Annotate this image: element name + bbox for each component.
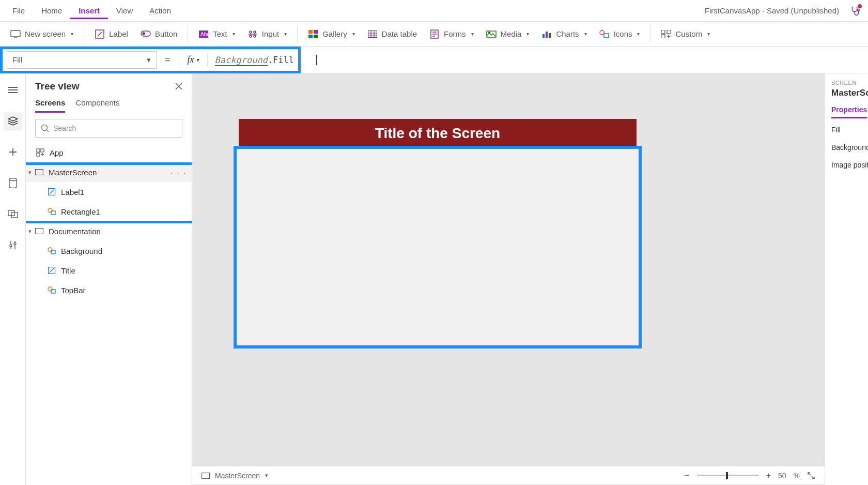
icons-label: Icons bbox=[614, 29, 632, 38]
close-panel-button[interactable] bbox=[175, 83, 182, 90]
chevron-down-icon: ▾ bbox=[196, 57, 199, 63]
label-button[interactable]: Label bbox=[89, 26, 133, 42]
custom-icon bbox=[661, 29, 671, 39]
label-edit-icon bbox=[95, 29, 105, 39]
fx-label: fx bbox=[188, 54, 194, 65]
separator bbox=[188, 26, 188, 42]
chevron-down-icon[interactable]: ▾ bbox=[26, 228, 34, 235]
svg-rect-34 bbox=[41, 149, 44, 152]
svg-point-9 bbox=[250, 35, 252, 37]
canvas-title-label[interactable]: Title of the Screen bbox=[239, 119, 637, 148]
input-button[interactable]: Input ▾ bbox=[242, 26, 292, 42]
formula-input-area[interactable] bbox=[301, 47, 868, 73]
tree-item-documentation[interactable]: ▾ Documentation bbox=[26, 221, 192, 241]
charts-button[interactable]: Charts ▾ bbox=[536, 26, 592, 42]
advanced-tools-button[interactable] bbox=[4, 236, 22, 254]
menu-view[interactable]: View bbox=[108, 2, 141, 19]
app-icon bbox=[35, 148, 45, 157]
new-screen-label: New screen bbox=[25, 29, 66, 38]
database-icon bbox=[9, 178, 17, 188]
media-button[interactable]: Media ▾ bbox=[481, 26, 535, 42]
main-area: Tree view Screens Components Search App bbox=[0, 73, 868, 485]
tree-item-background[interactable]: Background bbox=[26, 241, 192, 261]
tree-item-label: TopBar bbox=[61, 286, 86, 295]
media-pane-button[interactable] bbox=[4, 205, 22, 223]
tree-item-label: App bbox=[50, 148, 64, 157]
svg-rect-19 bbox=[542, 34, 545, 38]
svg-rect-11 bbox=[308, 30, 313, 34]
tree-item-topbar[interactable]: TopBar bbox=[26, 280, 192, 300]
custom-label: Custom bbox=[675, 29, 702, 38]
svg-rect-36 bbox=[36, 170, 43, 175]
insert-button[interactable] bbox=[4, 143, 22, 161]
zoom-in-button[interactable]: + bbox=[766, 471, 771, 480]
icons-button[interactable]: Icons ▾ bbox=[594, 26, 645, 42]
chevron-down-icon: ▾ bbox=[233, 31, 235, 37]
tab-screens[interactable]: Screens bbox=[35, 98, 65, 113]
hamburger-button[interactable] bbox=[4, 81, 22, 99]
chevron-down-icon: ▾ bbox=[637, 31, 640, 37]
menu-file[interactable]: File bbox=[4, 2, 33, 19]
status-screen-name[interactable]: MasterScreen bbox=[215, 472, 260, 480]
prop-background[interactable]: Background bbox=[831, 143, 868, 151]
tree-view-title: Tree view bbox=[35, 81, 80, 92]
zoom-slider[interactable] bbox=[697, 475, 759, 476]
properties-tab[interactable]: Properties bbox=[831, 105, 867, 118]
gallery-button[interactable]: Gallery ▾ bbox=[303, 26, 360, 42]
shapes-icon bbox=[599, 29, 610, 39]
menu-action[interactable]: Action bbox=[141, 2, 179, 19]
shape-icon bbox=[47, 286, 57, 294]
tools-icon bbox=[8, 240, 18, 250]
forms-button[interactable]: Forms ▾ bbox=[424, 26, 479, 42]
property-selector[interactable]: Fill ▾ bbox=[7, 51, 157, 69]
chevron-down-icon[interactable]: ▾ bbox=[265, 472, 268, 479]
button-button[interactable]: Button bbox=[135, 26, 182, 42]
menu-bar: File Home Insert View Action FirstCanvas… bbox=[0, 0, 868, 22]
svg-text:Abc: Abc bbox=[200, 32, 208, 37]
custom-button[interactable]: Custom ▾ bbox=[656, 26, 715, 42]
new-screen-button[interactable]: New screen ▾ bbox=[5, 26, 79, 42]
svg-rect-13 bbox=[308, 35, 313, 38]
tree-view-panel: Tree view Screens Components Search App bbox=[26, 73, 192, 485]
canvas-screen[interactable]: Title of the Screen bbox=[239, 119, 642, 348]
data-table-button[interactable]: Data table bbox=[362, 26, 422, 42]
data-button[interactable] bbox=[4, 174, 22, 192]
tree-item-more-button[interactable]: · · · bbox=[171, 168, 187, 177]
media-pane-icon bbox=[8, 210, 18, 218]
tab-components[interactable]: Components bbox=[75, 98, 119, 113]
canvas-area[interactable]: Title of the Screen MasterScreen ▾ − + 5… bbox=[192, 73, 825, 485]
tree-search-input[interactable]: Search bbox=[35, 119, 182, 138]
charts-label: Charts bbox=[556, 29, 579, 38]
menu-home[interactable]: Home bbox=[33, 2, 70, 19]
zoom-out-button[interactable]: − bbox=[684, 470, 690, 481]
input-icon bbox=[247, 29, 258, 39]
prop-fill[interactable]: Fill bbox=[831, 126, 868, 134]
separator bbox=[297, 26, 298, 42]
tree-item-label1[interactable]: Label1 bbox=[26, 182, 192, 202]
formula-bar: Fill ▾ = fx ▾ Background.Fill bbox=[0, 47, 868, 73]
data-table-label: Data table bbox=[382, 29, 417, 38]
prop-image-position[interactable]: Image position bbox=[831, 161, 868, 169]
tree-item-rectangle1[interactable]: Rectangle1 bbox=[26, 202, 192, 221]
svg-point-4 bbox=[143, 33, 145, 35]
tree-item-masterscreen[interactable]: ▾ MasterScreen · · · bbox=[26, 162, 192, 182]
fit-screen-button[interactable] bbox=[807, 472, 815, 480]
screen-icon bbox=[10, 29, 21, 39]
chevron-down-icon[interactable]: ▾ bbox=[26, 169, 34, 176]
canvas-selected-rectangle[interactable] bbox=[234, 146, 642, 348]
menu-insert[interactable]: Insert bbox=[70, 2, 108, 19]
text-button[interactable]: Abc Text ▾ bbox=[193, 26, 240, 42]
fx-button[interactable]: fx ▾ bbox=[184, 54, 202, 65]
svg-rect-20 bbox=[546, 32, 548, 38]
tree-item-app[interactable]: App bbox=[26, 143, 192, 162]
app-checker-icon[interactable] bbox=[849, 5, 861, 17]
tree-item-title[interactable]: Title bbox=[26, 261, 192, 280]
separator bbox=[84, 26, 84, 42]
svg-rect-21 bbox=[549, 33, 551, 38]
input-label: Input bbox=[262, 29, 279, 38]
formula-input[interactable]: Background.Fill bbox=[213, 54, 297, 66]
chevron-down-icon: ▾ bbox=[526, 31, 529, 37]
svg-point-32 bbox=[42, 125, 48, 131]
tree-view-button[interactable] bbox=[4, 112, 22, 130]
svg-rect-12 bbox=[314, 30, 318, 34]
